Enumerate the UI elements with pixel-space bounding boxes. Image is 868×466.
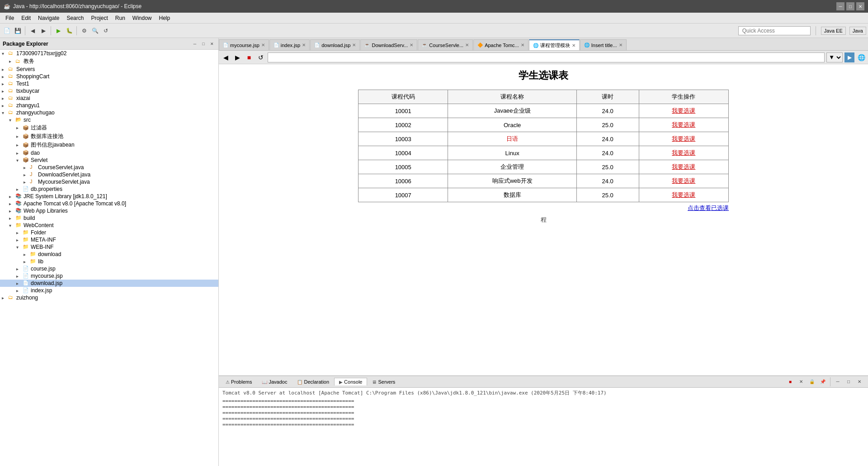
tree-item-folder[interactable]: ▸ 📁 Folder bbox=[0, 229, 218, 236]
tab-servers[interactable]: 🖥Servers bbox=[367, 378, 400, 385]
editor-tab-6[interactable]: 🌐课程管理模块✕ bbox=[529, 39, 580, 50]
close-button[interactable]: ✕ bbox=[856, 2, 864, 10]
toolbar-btn-extra2[interactable]: 🔍 bbox=[90, 26, 100, 36]
url-input[interactable]: http://localhost:8060/zhangyuchugao/ bbox=[268, 52, 825, 62]
tree-item-servers[interactable]: ▸ 🗂 Servers bbox=[0, 66, 218, 73]
tree-item-test1[interactable]: ▸ 🗂 Test1 bbox=[0, 80, 218, 87]
close-bottom-button[interactable]: ✕ bbox=[854, 377, 864, 387]
browser-forward-button[interactable]: ▶ bbox=[232, 52, 242, 62]
tab-problems[interactable]: ⚠Problems bbox=[221, 378, 257, 385]
tree-item-build[interactable]: ▸ 📁 build bbox=[0, 214, 218, 222]
tree-item-lib[interactable]: ▸ 📁 lib bbox=[0, 258, 218, 265]
tree-item-src[interactable]: ▾ 📂 src bbox=[0, 116, 218, 124]
tree-item-tushuxinxi[interactable]: ▸ 📦 图书信息javabean bbox=[0, 141, 218, 149]
tree-item-webinf[interactable]: ▾ 📁 WEB-INF bbox=[0, 243, 218, 251]
run-button[interactable]: ▶ bbox=[53, 26, 63, 36]
select-link-5[interactable]: 我要选课 bbox=[672, 177, 695, 184]
tree-item-tsxbuycar[interactable]: ▸ 🗂 tsxbuycar bbox=[0, 87, 218, 95]
tree-item-dbprops[interactable]: ▸ 📄 db.properties bbox=[0, 185, 218, 193]
tab-close-5[interactable]: ✕ bbox=[521, 43, 524, 48]
minimize-bottom-button[interactable]: ─ bbox=[833, 377, 843, 387]
browser-external-button[interactable]: 🌐 bbox=[856, 52, 866, 62]
maximize-bottom-button[interactable]: □ bbox=[844, 377, 854, 387]
forward-button[interactable]: ▶ bbox=[38, 26, 48, 36]
tab-close-1[interactable]: ✕ bbox=[302, 43, 306, 48]
tree-item-guolvqi[interactable]: ▸ 📦 过滤器 bbox=[0, 124, 218, 132]
minimize-panel-button[interactable]: ─ bbox=[191, 40, 198, 48]
select-link-3[interactable]: 我要选课 bbox=[672, 149, 695, 156]
menu-file[interactable]: File bbox=[2, 14, 18, 22]
url-dropdown[interactable]: ▼ bbox=[826, 52, 843, 62]
tree-item-indexjsp[interactable]: ▸ 📄 index.jsp bbox=[0, 287, 218, 294]
browser-stop-button[interactable]: ■ bbox=[244, 52, 254, 62]
menu-search[interactable]: Search bbox=[63, 14, 87, 22]
tree-item-servlet[interactable]: ▾ 📦 Servlet bbox=[0, 157, 218, 164]
tree-item-webcontent[interactable]: ▾ 📁 WebContent bbox=[0, 222, 218, 229]
editor-tab-7[interactable]: 🌐Insert title...✕ bbox=[580, 39, 627, 50]
perspective-java-ee[interactable]: Java EE bbox=[821, 27, 846, 35]
browser-back-button[interactable]: ◀ bbox=[221, 52, 231, 62]
editor-tab-1[interactable]: 📄index.jsp✕ bbox=[269, 39, 310, 50]
editor-tab-3[interactable]: ☕DownloadServ...✕ bbox=[360, 39, 417, 50]
save-button[interactable]: 💾 bbox=[13, 26, 23, 36]
menu-help[interactable]: Help bbox=[156, 14, 174, 22]
menu-navigate[interactable]: Navigate bbox=[34, 14, 63, 22]
new-button[interactable]: 📄 bbox=[2, 26, 12, 36]
perspective-java[interactable]: Java bbox=[849, 27, 866, 35]
tree-item-download[interactable]: ▸ 📁 download bbox=[0, 251, 218, 258]
maximize-panel-button[interactable]: □ bbox=[200, 40, 207, 48]
tab-close-4[interactable]: ✕ bbox=[465, 43, 469, 48]
close-panel-button[interactable]: ✕ bbox=[208, 40, 216, 48]
console-scroll-lock-button[interactable]: 🔒 bbox=[807, 377, 817, 387]
cell-action-2[interactable]: 我要选课 bbox=[639, 132, 728, 146]
cell-action-1[interactable]: 我要选课 bbox=[639, 118, 728, 132]
tab-javadoc[interactable]: 📖Javadoc bbox=[257, 378, 292, 385]
cell-action-3[interactable]: 我要选课 bbox=[639, 146, 728, 160]
tree-item-shujukulianjiechi[interactable]: ▸ 📦 数据库连接池 bbox=[0, 132, 218, 141]
console-clear-button[interactable]: ✕ bbox=[796, 377, 806, 387]
tree-item-dao[interactable]: ▸ 📦 dao bbox=[0, 149, 218, 157]
tree-item-metainf[interactable]: ▸ 📁 META-INF bbox=[0, 236, 218, 243]
tree-item-zhangyu1[interactable]: ▸ 🗂 zhangyu1 bbox=[0, 102, 218, 109]
menu-run[interactable]: Run bbox=[112, 14, 129, 22]
select-link-1[interactable]: 我要选课 bbox=[672, 121, 695, 128]
toolbar-btn-extra3[interactable]: ↺ bbox=[101, 26, 111, 36]
view-selected-link[interactable]: 点击查看已选课 bbox=[358, 204, 729, 212]
cell-action-4[interactable]: 我要选课 bbox=[639, 160, 728, 174]
tree-item-downloadservlet[interactable]: ▸ J DownloadServlet.java bbox=[0, 171, 218, 178]
tree-item-webapp[interactable]: ▸ 📚 Web App Libraries bbox=[0, 207, 218, 214]
menu-window[interactable]: Window bbox=[129, 14, 156, 22]
tree-item-shoppingcart[interactable]: ▸ 🗂 ShoppingCart bbox=[0, 73, 218, 80]
select-link-6[interactable]: 我要选课 bbox=[672, 191, 695, 198]
tab-close-2[interactable]: ✕ bbox=[352, 43, 356, 48]
quick-access-input[interactable] bbox=[738, 26, 811, 35]
tab-close-0[interactable]: ✕ bbox=[261, 43, 265, 48]
browser-refresh-button[interactable]: ↺ bbox=[256, 52, 266, 62]
tab-console[interactable]: ▶Console bbox=[334, 378, 367, 385]
browser-go-button[interactable]: ▶ bbox=[844, 52, 854, 62]
menu-project[interactable]: Project bbox=[87, 14, 111, 22]
cell-action-6[interactable]: 我要选课 bbox=[639, 188, 728, 202]
tree-item-jre[interactable]: ▸ 📚 JRE System Library [jdk1.8.0_121] bbox=[0, 193, 218, 200]
cell-action-0[interactable]: 我要选课 bbox=[639, 104, 728, 118]
editor-tab-5[interactable]: 🔶Apache Tomc...✕ bbox=[473, 39, 528, 50]
tree-item-downloadjsp[interactable]: ▸ 📄 download.jsp bbox=[0, 280, 218, 287]
maximize-button[interactable]: □ bbox=[846, 2, 854, 10]
editor-tab-2[interactable]: 📄download.jsp✕ bbox=[310, 39, 360, 50]
editor-tab-4[interactable]: ☕CourseServle...✕ bbox=[418, 39, 473, 50]
console-pin-button[interactable]: 📌 bbox=[818, 377, 828, 387]
tab-close-6[interactable]: ✕ bbox=[572, 43, 576, 48]
minimize-button[interactable]: ─ bbox=[836, 2, 844, 10]
select-link-4[interactable]: 我要选课 bbox=[672, 163, 695, 170]
select-link-2[interactable]: 我要选课 bbox=[672, 135, 695, 142]
tree-item-tomcat[interactable]: ▸ 📚 Apache Tomcat v8.0 [Apache Tomcat v8… bbox=[0, 200, 218, 207]
tree-item-zuizhong[interactable]: ▸ 🗂 zuizhong bbox=[0, 294, 218, 301]
tree-item-1730090717tsxrjjg02[interactable]: ▾ 🗂 1730090717tsxrjjg02 bbox=[0, 50, 218, 57]
menu-edit[interactable]: Edit bbox=[18, 14, 34, 22]
editor-tab-0[interactable]: 📄mycourse.jsp✕ bbox=[219, 39, 269, 50]
console-stop-button[interactable]: ■ bbox=[785, 377, 795, 387]
tab-close-3[interactable]: ✕ bbox=[410, 43, 413, 48]
tree-item-zhangyuchugao[interactable]: ▾ 🗂 zhangyuchugao bbox=[0, 109, 218, 116]
cell-action-5[interactable]: 我要选课 bbox=[639, 174, 728, 188]
debug-button[interactable]: 🐛 bbox=[64, 26, 74, 36]
